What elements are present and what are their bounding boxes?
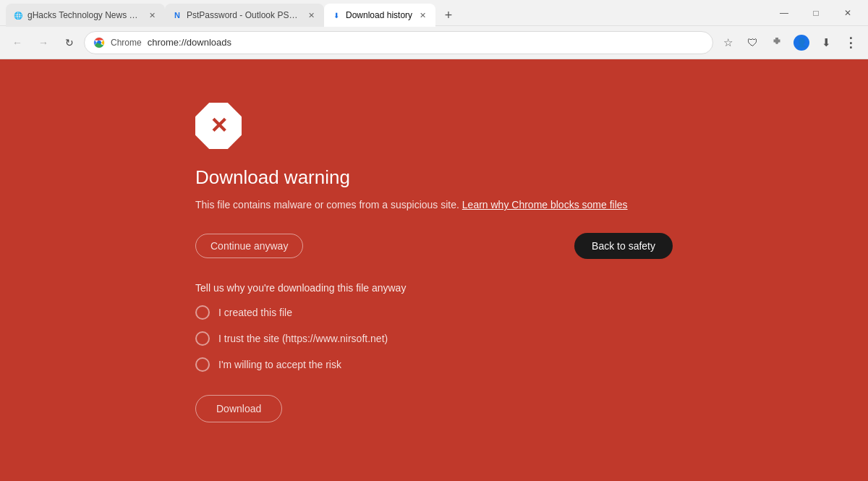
warning-description: This file contains malware or comes from… bbox=[195, 197, 628, 213]
download-button[interactable]: Download bbox=[195, 395, 282, 422]
tab-close-ghacks[interactable]: ✕ bbox=[146, 9, 158, 21]
tab-list: 🌐 gHacks Technology News and / ✕ N PstPa… bbox=[6, 0, 767, 25]
close-button[interactable]: ✕ bbox=[833, 3, 862, 23]
tab-close-downloads[interactable]: ✕ bbox=[417, 9, 428, 21]
url-text: chrome://downloads bbox=[148, 37, 704, 48]
tab-favicon-downloads: ⬇ bbox=[331, 10, 341, 20]
radio-section-label: Tell us why you're downloading this file… bbox=[195, 282, 673, 294]
back-button[interactable]: ← bbox=[6, 31, 29, 54]
tab-favicon-pst: N bbox=[172, 10, 182, 20]
warning-page: ✕ Download warning This file contains ma… bbox=[0, 59, 868, 481]
tab-favicon-ghacks: 🌐 bbox=[13, 10, 23, 20]
tab-label-pst: PstPassword - Outlook PST Pa: bbox=[187, 10, 301, 20]
forward-button[interactable]: → bbox=[32, 31, 55, 54]
warning-container: ✕ Download warning This file contains ma… bbox=[195, 103, 673, 422]
tab-label-ghacks: gHacks Technology News and / bbox=[27, 10, 142, 20]
reason-radio-section: Tell us why you're downloading this file… bbox=[195, 282, 673, 422]
radio-option-risk[interactable]: I'm willing to accept the risk bbox=[195, 357, 673, 372]
warning-icon-wrap: ✕ bbox=[195, 103, 242, 149]
profile-button[interactable]: 👤 bbox=[790, 31, 813, 54]
warning-title: Download warning bbox=[195, 166, 350, 189]
tab-ghacks[interactable]: 🌐 gHacks Technology News and / ✕ bbox=[6, 4, 165, 27]
continue-anyway-button[interactable]: Continue anyway bbox=[195, 234, 303, 258]
extensions-button[interactable] bbox=[765, 31, 788, 54]
radio-option-trust[interactable]: I trust the site (https://www.nirsoft.ne… bbox=[195, 331, 673, 346]
tab-close-pst[interactable]: ✕ bbox=[305, 9, 317, 21]
toolbar-right: ☆ 🛡 👤 ⬇ ⋮ bbox=[716, 31, 862, 54]
chrome-text: Chrome bbox=[111, 38, 142, 48]
radio-label-risk: I'm willing to accept the risk bbox=[218, 359, 341, 370]
radio-label-created: I created this file bbox=[218, 307, 292, 318]
maximize-button[interactable]: □ bbox=[801, 3, 830, 23]
radio-circle-risk[interactable] bbox=[195, 357, 210, 372]
shield-icon-button[interactable]: 🛡 bbox=[741, 31, 764, 54]
action-buttons-row: Continue anyway Back to safety bbox=[195, 233, 673, 259]
bookmark-button[interactable]: ☆ bbox=[716, 31, 739, 54]
radio-option-created[interactable]: I created this file bbox=[195, 305, 673, 320]
radio-circle-trust[interactable] bbox=[195, 331, 210, 346]
window-controls: — □ ✕ bbox=[770, 3, 862, 23]
learn-more-link[interactable]: Learn why Chrome blocks some files bbox=[462, 199, 628, 210]
tab-label-downloads: Download history bbox=[346, 10, 412, 20]
x-mark-icon: ✕ bbox=[210, 115, 228, 137]
download-indicator-button[interactable]: ⬇ bbox=[814, 31, 838, 54]
tab-downloads[interactable]: ⬇ Download history ✕ bbox=[324, 4, 435, 27]
title-bar: 🌐 gHacks Technology News and / ✕ N PstPa… bbox=[0, 0, 868, 26]
chrome-logo-icon bbox=[93, 37, 105, 48]
minimize-button[interactable]: — bbox=[770, 3, 799, 23]
back-to-safety-button[interactable]: Back to safety bbox=[574, 233, 673, 259]
refresh-button[interactable]: ↻ bbox=[58, 31, 81, 54]
radio-circle-created[interactable] bbox=[195, 305, 210, 320]
menu-button[interactable]: ⋮ bbox=[839, 31, 862, 54]
tab-pstpassword[interactable]: N PstPassword - Outlook PST Pa: ✕ bbox=[165, 4, 324, 27]
new-tab-button[interactable]: + bbox=[438, 5, 459, 25]
toolbar: ← → ↻ Chrome chrome://downloads ☆ 🛡 👤 ⬇ … bbox=[0, 26, 868, 59]
address-bar[interactable]: Chrome chrome://downloads bbox=[84, 31, 713, 54]
radio-label-trust: I trust the site (https://www.nirsoft.ne… bbox=[218, 333, 388, 344]
